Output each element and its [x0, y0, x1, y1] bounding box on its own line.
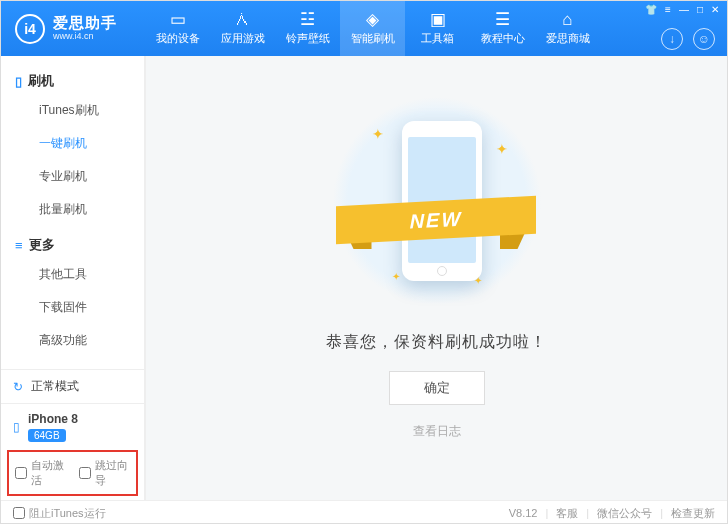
block-itunes-label: 阻止iTunes运行: [29, 506, 106, 521]
nav-label: 应用游戏: [221, 31, 265, 46]
sparkle-icon: ✦: [496, 141, 508, 157]
auto-activate-label: 自动激活: [31, 458, 67, 488]
sidebar-item-other-tools[interactable]: 其他工具: [1, 258, 144, 291]
version-label: V8.12: [509, 507, 538, 519]
more-icon: ≡: [15, 238, 23, 253]
nav-label: 我的设备: [156, 31, 200, 46]
store-icon: ⌂: [562, 11, 572, 28]
device-name: iPhone 8: [28, 412, 78, 426]
refresh-icon: ↻: [13, 380, 23, 394]
nav-apps-games[interactable]: ⩑ 应用游戏: [210, 1, 275, 56]
support-link[interactable]: 客服: [556, 506, 578, 521]
wechat-link[interactable]: 微信公众号: [597, 506, 652, 521]
brand-url: www.i4.cn: [53, 32, 117, 42]
app-header: i4 爱思助手 www.i4.cn ▭ 我的设备 ⩑ 应用游戏 ☳ 铃声壁纸 ◈…: [1, 1, 727, 56]
brand-name: 爱思助手: [53, 15, 117, 32]
options-highlight: 自动激活 跳过向导: [7, 450, 138, 496]
toolbox-icon: ▣: [430, 11, 446, 28]
ringtone-icon: ☳: [300, 11, 315, 28]
group-title: 更多: [29, 236, 55, 254]
nav-ring-wall[interactable]: ☳ 铃声壁纸: [275, 1, 340, 56]
sidebar-item-batch-flash[interactable]: 批量刷机: [1, 193, 144, 226]
close-icon[interactable]: ✕: [711, 4, 719, 15]
mode-row[interactable]: ↻ 正常模式: [1, 369, 144, 403]
phone-small-icon: ▯: [13, 420, 20, 434]
apps-icon: ⩑: [234, 11, 251, 28]
sidebar-item-oneclick-flash[interactable]: 一键刷机: [1, 127, 144, 160]
device-capacity-badge: 64GB: [28, 429, 66, 442]
group-title: 刷机: [28, 72, 54, 90]
success-message: 恭喜您，保资料刷机成功啦！: [326, 332, 547, 353]
nav-label: 铃声壁纸: [286, 31, 330, 46]
skip-guide-checkbox[interactable]: 跳过向导: [79, 458, 131, 488]
block-itunes-checkbox[interactable]: 阻止iTunes运行: [13, 506, 106, 521]
nav-store[interactable]: ⌂ 爱思商城: [535, 1, 600, 56]
flash-icon: ◈: [366, 11, 379, 28]
sidebar-group-flash[interactable]: ▯ 刷机: [1, 68, 144, 94]
window-controls: 👕 ≡ — □ ✕: [645, 4, 719, 15]
nav-label: 教程中心: [481, 31, 525, 46]
new-ribbon: NEW: [336, 191, 536, 247]
sparkle-icon: ✦: [372, 126, 384, 142]
nav-tutorials[interactable]: ☰ 教程中心: [470, 1, 535, 56]
check-update-link[interactable]: 检查更新: [671, 506, 715, 521]
minimize-icon[interactable]: —: [679, 4, 689, 15]
brand-block: i4 爱思助手 www.i4.cn: [1, 1, 145, 56]
sidebar-item-download-fw[interactable]: 下载固件: [1, 291, 144, 324]
nav-label: 爱思商城: [546, 31, 590, 46]
skip-guide-label: 跳过向导: [95, 458, 131, 488]
nav-toolbox[interactable]: ▣ 工具箱: [405, 1, 470, 56]
user-icon[interactable]: ☺: [693, 28, 715, 50]
maximize-icon[interactable]: □: [697, 4, 703, 15]
view-log-link[interactable]: 查看日志: [413, 423, 461, 440]
sidebar: ▯ 刷机 iTunes刷机 一键刷机 专业刷机 批量刷机 ≡ 更多 其他工具 下…: [1, 56, 145, 500]
brand-logo-icon: i4: [15, 14, 45, 44]
menu-icon[interactable]: ≡: [665, 4, 671, 15]
sparkle-icon: ✦: [474, 275, 482, 286]
main-panel: NEW ✦ ✦ ✦ ✦ 恭喜您，保资料刷机成功啦！ 确定 查看日志: [145, 56, 727, 500]
tutorial-icon: ☰: [495, 11, 510, 28]
ok-button[interactable]: 确定: [389, 371, 485, 405]
wardrobe-icon[interactable]: 👕: [645, 4, 657, 15]
device-icon: ▯: [15, 74, 22, 89]
download-icon[interactable]: ↓: [661, 28, 683, 50]
mode-label: 正常模式: [31, 378, 79, 395]
sidebar-item-pro-flash[interactable]: 专业刷机: [1, 160, 144, 193]
nav-my-device[interactable]: ▭ 我的设备: [145, 1, 210, 56]
auto-activate-checkbox[interactable]: 自动激活: [15, 458, 67, 488]
top-nav: ▭ 我的设备 ⩑ 应用游戏 ☳ 铃声壁纸 ◈ 智能刷机 ▣ 工具箱 ☰ 教程中心…: [145, 1, 727, 56]
phone-icon: ▭: [170, 11, 186, 28]
nav-label: 智能刷机: [351, 31, 395, 46]
device-row[interactable]: ▯ iPhone 8 64GB: [1, 403, 144, 450]
sparkle-icon: ✦: [392, 271, 400, 282]
nav-label: 工具箱: [421, 31, 454, 46]
success-illustration: NEW ✦ ✦ ✦ ✦: [332, 96, 542, 306]
sidebar-group-more[interactable]: ≡ 更多: [1, 232, 144, 258]
sidebar-item-itunes-flash[interactable]: iTunes刷机: [1, 94, 144, 127]
nav-smart-flash[interactable]: ◈ 智能刷机: [340, 1, 405, 56]
status-bar: 阻止iTunes运行 V8.12 | 客服 | 微信公众号 | 检查更新: [1, 500, 727, 524]
sidebar-item-advanced[interactable]: 高级功能: [1, 324, 144, 357]
